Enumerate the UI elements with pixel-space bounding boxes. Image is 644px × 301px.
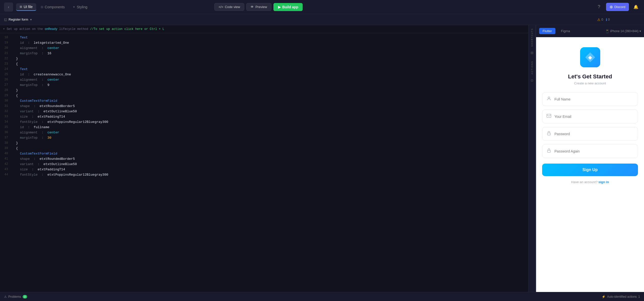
code-line: 43 size : etxtPaddingT14 [0, 167, 528, 172]
auto-identified-actions[interactable]: ⚡ Auto-identified actions 1 [602, 295, 640, 298]
notification-button[interactable]: 🔔 [632, 3, 640, 11]
password-again-field[interactable] [542, 144, 638, 158]
user-icon [546, 96, 551, 102]
top-navigation: ‹ ⊞ UI file ⊟ Components ✦ Styling </> C… [0, 0, 644, 14]
preview-icon: 👁 [251, 5, 254, 9]
svg-rect-1 [547, 114, 551, 117]
auto-actions-count: 1 [638, 295, 640, 298]
code-line: 28 } [0, 88, 528, 93]
code-line: 19 id : letsgetstarted_One [0, 40, 528, 46]
problems-tab[interactable]: ⚠ Problems 0 [4, 295, 27, 298]
code-line: 26 alignment : center [0, 77, 528, 83]
code-line: 41 shape : etxtRoundedBorder5 [0, 157, 528, 162]
help-button[interactable]: ? [595, 3, 603, 11]
discord-button[interactable]: ⊕ Discord [606, 3, 629, 11]
chevron-down-icon: ▾ [639, 29, 641, 33]
discord-icon: ⊕ [610, 5, 613, 9]
code-line: 21 marginTop : 16 [0, 51, 528, 56]
password-again-input[interactable] [554, 149, 634, 153]
shortcuts-label[interactable]: SHORTCUTS [531, 27, 533, 48]
have-account-row: Have an account? sign in [571, 180, 609, 184]
nav-tabs: ⊞ UI file ⊟ Components ✦ Styling [16, 3, 91, 11]
code-line: 39 { [0, 146, 528, 151]
lock-again-icon [546, 148, 551, 154]
code-area[interactable]: 18 Text 19 id : letsgetstarted_One 20 al… [0, 33, 528, 292]
tab-styling[interactable]: ✦ Styling [69, 4, 91, 11]
code-line: 31 shape : etxtRoundedBorder5 [0, 104, 528, 109]
lifecycle-keyword: onReady [45, 27, 57, 31]
register-form: ◆ Let's Get Started Create a new account [536, 37, 644, 292]
tab-styling-label: Styling [77, 5, 87, 9]
tab-components[interactable]: ⊟ Components [37, 4, 68, 11]
code-line: 18 Text [0, 35, 528, 40]
file-bar: ◱ Register form ▾ ⚠ 0 ℹ 0 [0, 14, 644, 25]
error-count: 0 [608, 18, 610, 21]
code-line: 29 { [0, 93, 528, 98]
code-line: 35 id : fullname [0, 125, 528, 130]
styling-icon: ✦ [73, 5, 75, 9]
email-field[interactable] [542, 110, 638, 123]
form-title: Let's Get Started [568, 73, 612, 80]
full-name-field[interactable] [542, 92, 638, 106]
code-line: 24 Text [0, 67, 528, 72]
file-dropdown-button[interactable]: ▾ [30, 18, 32, 21]
auto-actions-label: Auto-identified actions [607, 295, 637, 298]
info-icon: ℹ [606, 18, 607, 22]
code-line: 40 CustomTextFormField [0, 151, 528, 157]
code-line: 44 fontStyle : etxtPoppinsRegular12Blueg… [0, 172, 528, 178]
tab-ui-file[interactable]: ⊞ UI file [16, 3, 36, 11]
lock-icon [546, 131, 551, 137]
logo-container: ◆ [580, 47, 600, 67]
tab-figma[interactable]: Figma [557, 28, 574, 34]
preview-header: Flutter Figma 📱 iPhone 14 (390×844) ▾ [536, 25, 644, 37]
notification-icon: 🔔 [633, 5, 638, 9]
phone-icon: 📱 [605, 29, 609, 33]
code-editor[interactable]: + Set up action on the onReady lifecycle… [0, 25, 528, 292]
code-line: 36 alignment : center [0, 130, 528, 135]
svg-point-0 [548, 97, 550, 98]
main-content: + Set up action on the onReady lifecycle… [0, 25, 644, 292]
lifecycle-bar: + Set up action on the onReady lifecycle… [0, 25, 528, 33]
warning-bottom-icon: ⚠ [4, 295, 7, 298]
actions-icon[interactable]: ⊙ [531, 78, 534, 82]
shortcuts-strip: SHORTCUTS ⊞ ACTIONS ⊙ [528, 25, 536, 292]
code-line: 38 } [0, 141, 528, 146]
email-icon [546, 113, 551, 120]
preview-panel: Flutter Figma 📱 iPhone 14 (390×844) ▾ ◆ … [536, 25, 644, 292]
help-icon: ? [598, 4, 600, 10]
tab-components-label: Components [45, 5, 65, 9]
code-view-button[interactable]: </> Code view [214, 3, 245, 11]
code-line: 27 marginTop : 9 [0, 83, 528, 88]
password-field[interactable] [542, 127, 638, 141]
ui-file-icon: ⊞ [20, 5, 22, 9]
nav-right-actions: ? ⊕ Discord 🔔 [595, 3, 640, 11]
device-selector[interactable]: 📱 iPhone 14 (390×844) ▾ [605, 29, 641, 33]
error-badges: ⚠ 0 ℹ 0 [597, 18, 610, 22]
grid-icon[interactable]: ⊞ [531, 51, 534, 55]
code-line: 30 CustomTextFormField [0, 98, 528, 104]
warning-badge: ⚠ 0 [597, 18, 603, 22]
back-button[interactable]: ‹ [4, 3, 13, 12]
code-line: 25 id : createannewacco_One [0, 72, 528, 77]
code-line: 34 fontStyle : etxtPoppinsRegular12Blueg… [0, 120, 528, 125]
password-input[interactable] [554, 132, 634, 136]
email-input[interactable] [554, 115, 634, 119]
sign-in-link[interactable]: sign in [598, 180, 609, 184]
preview-button[interactable]: 👁 Preview [246, 3, 271, 11]
sign-up-button[interactable]: Sign Up [542, 164, 638, 176]
full-name-input[interactable] [554, 97, 634, 101]
logo-icon: ◆ [588, 54, 592, 60]
play-icon: ▶ [278, 5, 281, 9]
tab-flutter[interactable]: Flutter [539, 28, 555, 34]
problems-label: Problems [8, 295, 21, 298]
code-view-icon: </> [219, 5, 223, 9]
problems-count-badge: 0 [23, 295, 27, 298]
actions-label[interactable]: ACTIONS [531, 60, 533, 75]
build-app-button[interactable]: ▶ Build app [273, 3, 303, 11]
code-line: 37 marginTop : 30 [0, 135, 528, 141]
form-subtitle: Create a new account [574, 81, 606, 85]
error-badge: ℹ 0 [606, 18, 610, 22]
build-label: Build app [282, 5, 298, 9]
code-line: 42 variant : etxtOutlineBlue50 [0, 162, 528, 167]
lifecycle-comment: //To set up action click here or Ctrl + … [90, 27, 164, 31]
